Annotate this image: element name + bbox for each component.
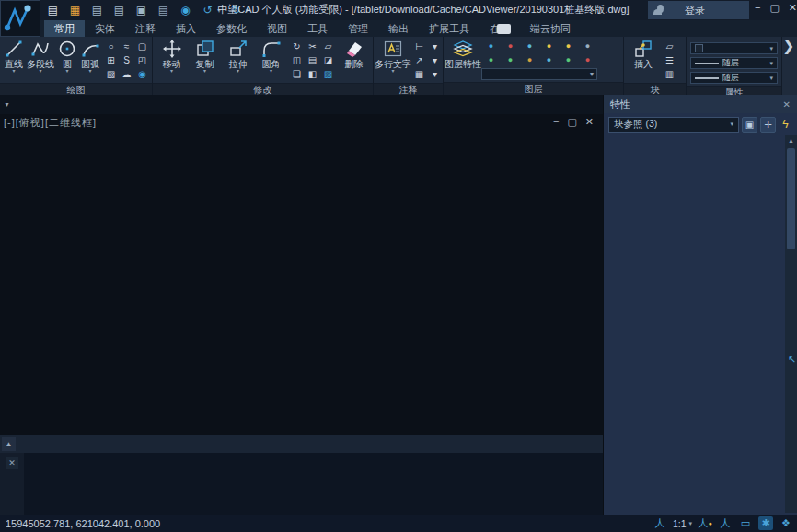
- app-logo-icon[interactable]: [0, 0, 40, 37]
- ribbon-expand-chevron[interactable]: ❯: [782, 37, 794, 95]
- preview-icon[interactable]: ◉: [179, 4, 192, 17]
- hatch-icon[interactable]: ▨: [103, 67, 119, 81]
- layer-current-icon[interactable]: ●: [559, 39, 578, 52]
- revision-cloud-icon[interactable]: ☁: [119, 67, 134, 81]
- tool-dropdown-icon[interactable]: ▾: [237, 69, 239, 74]
- tool-pline-button[interactable]: 多段线▾: [27, 39, 54, 74]
- login-button[interactable]: 登录: [648, 1, 749, 19]
- scale-icon[interactable]: ◪: [320, 53, 336, 67]
- mirror-icon[interactable]: ▱: [320, 40, 336, 53]
- drawing-canvas[interactable]: [-][俯视][二维线框] − ▢ ✕: [0, 114, 603, 435]
- minimize-icon[interactable]: −: [755, 2, 760, 14]
- ellipse-icon[interactable]: ○: [103, 40, 119, 53]
- tool-dropdown-icon[interactable]: ▾: [39, 69, 41, 74]
- layer-thaw-icon[interactable]: ●: [539, 39, 559, 52]
- tool-dropdown-icon[interactable]: ▾: [391, 69, 394, 74]
- viewport-label[interactable]: [-][俯视][二维线框]: [4, 116, 97, 130]
- ribbon-tab-插入[interactable]: 插入: [166, 20, 206, 37]
- ribbon-tab-实体[interactable]: 实体: [85, 20, 125, 37]
- tool-dropdown-icon[interactable]: ▾: [88, 69, 91, 74]
- tool-insert-button[interactable]: 插入: [628, 39, 659, 69]
- block-edit-icon[interactable]: ▥: [662, 67, 677, 81]
- spline-icon[interactable]: S: [119, 53, 134, 67]
- tool-dropdown-icon[interactable]: ▾: [270, 69, 272, 74]
- toggle-value-icon[interactable]: ϟ: [779, 118, 792, 131]
- tool-dropdown-icon[interactable]: ▾: [170, 69, 173, 74]
- doc-minimize-icon[interactable]: −: [553, 116, 559, 128]
- auto-scale-icon[interactable]: 人●: [698, 516, 712, 530]
- layer-prev-icon[interactable]: ●: [501, 52, 520, 66]
- dimension-icon[interactable]: ⊢: [411, 40, 427, 53]
- select-objects-icon[interactable]: ✛: [760, 117, 776, 133]
- tool-arc-button[interactable]: 圆弧▾: [80, 39, 100, 74]
- explode-icon[interactable]: ❏: [289, 67, 305, 81]
- tool-copy-button[interactable]: 复制▾: [190, 39, 220, 74]
- spline-small-icon[interactable]: ≈: [119, 40, 134, 53]
- rectangle-icon[interactable]: ▢: [134, 40, 150, 53]
- ribbon-tab-视图[interactable]: 视图: [257, 20, 297, 37]
- annotation-visibility-icon[interactable]: 人: [653, 516, 667, 530]
- layer-unisolate-icon[interactable]: ●: [539, 52, 559, 66]
- command-history[interactable]: [24, 453, 603, 515]
- tool-mtext-button[interactable]: 多行文字▾: [377, 39, 409, 74]
- save-as-icon[interactable]: ▤: [112, 4, 126, 17]
- layer-lock-icon[interactable]: ●: [501, 39, 520, 52]
- ribbon-tab-输出[interactable]: 输出: [378, 20, 419, 37]
- settings-gear-icon[interactable]: ✱: [758, 516, 773, 530]
- ribbon-tab-扩展工具[interactable]: 扩展工具: [419, 20, 479, 37]
- tool-fillet-button[interactable]: 圆角▾: [256, 39, 286, 74]
- menu-toggle-icon[interactable]: [497, 24, 511, 34]
- lineweight-select[interactable]: 随层▾: [690, 72, 778, 84]
- annotation-scale-select[interactable]: 1:1▾: [673, 518, 692, 529]
- tool-dropdown-icon[interactable]: ▾: [12, 69, 15, 74]
- layer-match-icon[interactable]: ●: [481, 52, 501, 66]
- fullscreen-icon[interactable]: ❖: [779, 516, 793, 530]
- quick-select-icon[interactable]: ▣: [742, 117, 757, 133]
- properties-close-icon[interactable]: ✕: [783, 99, 791, 110]
- layout-scroll-icon[interactable]: ▲: [2, 437, 16, 451]
- region-icon[interactable]: ◰: [134, 53, 150, 67]
- hatch-edit-icon[interactable]: ▨: [320, 67, 336, 81]
- leader-dropdown-icon[interactable]: ▾: [427, 53, 443, 67]
- tool-stretch-button[interactable]: 拉伸▾: [223, 39, 253, 74]
- table-dropdown-icon[interactable]: ▾: [427, 67, 443, 81]
- table-icon[interactable]: ▦: [411, 67, 427, 81]
- create-block-icon[interactable]: ▱: [662, 40, 677, 53]
- donut-icon[interactable]: ◉: [134, 67, 150, 81]
- command-close-icon[interactable]: ✕: [6, 457, 18, 469]
- array-icon[interactable]: ▤: [305, 53, 320, 67]
- tool-circle-button[interactable]: 圆▾: [57, 39, 77, 74]
- restore-icon[interactable]: ▢: [769, 2, 779, 14]
- layer-freeze-icon[interactable]: ●: [520, 39, 539, 52]
- scrollbar-thumb[interactable]: [787, 148, 795, 249]
- pick-point-icon[interactable]: ↖: [788, 353, 796, 365]
- rotate-icon[interactable]: ↻: [289, 40, 305, 53]
- break-icon[interactable]: ◧: [305, 67, 320, 81]
- properties-scrollbar[interactable]: ▲: [785, 135, 797, 513]
- doc-restore-icon[interactable]: ▢: [567, 116, 576, 128]
- open-folder-icon[interactable]: ▦: [68, 4, 82, 17]
- tool-dropdown-icon[interactable]: ▾: [203, 69, 206, 74]
- print-icon[interactable]: ▤: [156, 4, 170, 17]
- offset-icon[interactable]: ◫: [289, 53, 305, 67]
- tool-erase-button[interactable]: 删除: [339, 39, 369, 69]
- annotation-delete-icon[interactable]: 人: [718, 516, 733, 530]
- layer-delete-icon[interactable]: ●: [578, 52, 597, 66]
- doc-close-icon[interactable]: ✕: [585, 116, 594, 128]
- workspace-window-icon[interactable]: ▭: [738, 516, 753, 530]
- layer-select[interactable]: ▾: [481, 68, 597, 80]
- color-select[interactable]: ▾: [690, 42, 778, 54]
- tool-line-button[interactable]: 直线▾: [4, 39, 24, 74]
- layer-merge-icon[interactable]: ●: [559, 52, 578, 66]
- ribbon-tab-常用[interactable]: 常用: [44, 20, 85, 37]
- save-icon[interactable]: ▤: [90, 4, 104, 17]
- ribbon-tab-端云协同[interactable]: 端云协同: [520, 20, 581, 37]
- scroll-up-icon[interactable]: ▲: [785, 135, 797, 146]
- layer-on-icon[interactable]: ●: [481, 39, 501, 52]
- selection-type-select[interactable]: 块参照 (3)▾: [608, 117, 739, 133]
- ribbon-tab-注释[interactable]: 注释: [125, 20, 166, 37]
- dimension-dropdown-icon[interactable]: ▾: [427, 40, 443, 53]
- layer-walk-icon[interactable]: ●: [578, 39, 597, 52]
- ribbon-tab-管理[interactable]: 管理: [338, 20, 378, 37]
- ribbon-tab-工具[interactable]: 工具: [297, 20, 338, 37]
